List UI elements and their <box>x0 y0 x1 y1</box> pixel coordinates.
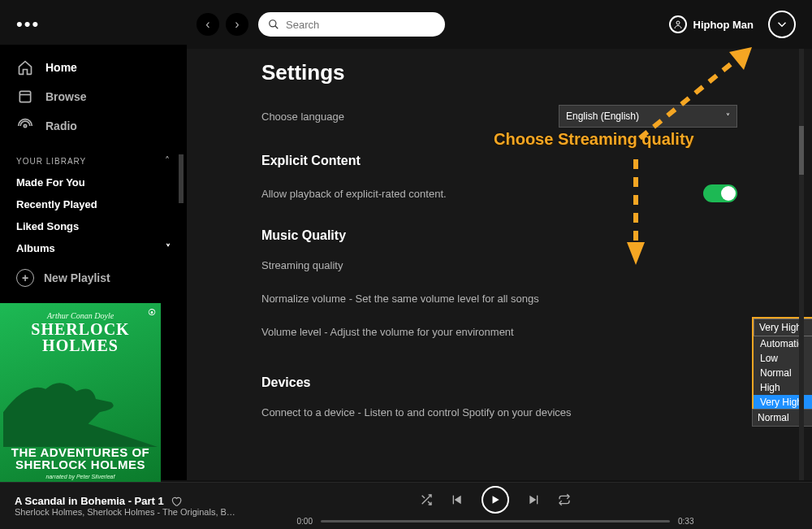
library-recently-played[interactable]: Recently Played <box>0 193 187 215</box>
previous-icon[interactable] <box>451 493 464 506</box>
svg-rect-7 <box>453 496 454 505</box>
home-icon <box>16 59 34 76</box>
shuffle-icon[interactable] <box>420 493 433 506</box>
language-label: Choose language <box>261 111 344 123</box>
plus-icon: + <box>16 269 34 287</box>
sidebar-scrollbar-thumb[interactable] <box>179 154 184 203</box>
player-bar: A Scandal in Bohemia - Part 1 Sherlock H… <box>0 482 812 529</box>
user-chip[interactable]: Hiphop Man <box>669 11 796 38</box>
row-devices: Connect to a device - Listen to and cont… <box>261 401 737 423</box>
explicit-row-label: Allow playback of explicit-rated content… <box>261 188 447 200</box>
chevron-up-icon[interactable]: ˄ <box>165 155 171 167</box>
browse-icon <box>16 89 34 105</box>
page-title: Settings <box>187 49 812 100</box>
sidebar-item-browse[interactable]: Browse <box>0 82 187 111</box>
sidebar-item-label: Browse <box>45 90 87 103</box>
avatar-icon <box>669 15 687 33</box>
repeat-icon[interactable] <box>558 493 571 506</box>
progress-bar[interactable] <box>321 520 670 522</box>
language-select[interactable]: English (English)˅ <box>559 105 737 128</box>
explicit-toggle[interactable] <box>703 184 737 202</box>
sidebar-item-home[interactable]: Home <box>0 53 187 82</box>
elapsed-time: 0:00 <box>297 517 313 526</box>
row-language: Choose language English (English)˅ <box>261 100 737 132</box>
svg-point-5 <box>24 124 26 127</box>
streaming-quality-label: Streaming quality <box>261 259 343 271</box>
normalize-label: Normalize volume - Set the same volume l… <box>261 293 539 305</box>
silhouette-icon <box>0 370 161 447</box>
quality-selected-value: Very High <box>759 322 801 333</box>
user-name: Hiphop Man <box>693 19 754 31</box>
svg-point-2 <box>676 21 680 24</box>
chevron-down-icon[interactable]: ˅ <box>166 243 171 254</box>
devices-header: Devices <box>261 375 737 390</box>
cover-author: Arthur Conan Doyle <box>0 311 161 320</box>
library-made-for-you[interactable]: Made For You <box>0 171 187 193</box>
search-input[interactable] <box>286 19 432 31</box>
now-playing-title[interactable]: A Scandal in Bohemia - Part 1 <box>15 495 244 507</box>
row-streaming-quality: Streaming quality <box>261 254 737 276</box>
chevron-down-icon: ˅ <box>726 112 730 121</box>
cover-title-1: SHERLOCK <box>0 321 161 337</box>
main-scrollbar-thumb[interactable] <box>799 126 804 175</box>
main-scrollbar-track <box>799 49 804 480</box>
nav-forward-button[interactable]: › <box>226 13 248 36</box>
svg-marker-8 <box>493 496 499 503</box>
main-panel: Settings Choose language English (Englis… <box>187 49 812 480</box>
album-cover[interactable]: ⦿ Arthur Conan Doyle SHERLOCK HOLMES THE… <box>0 303 161 486</box>
row-volume-level: Volume level - Adjust the volume for you… <box>261 321 737 343</box>
annotation-text: Choose Streaming quality <box>494 130 694 149</box>
heart-icon[interactable] <box>171 496 182 507</box>
cover-subtitle: THE ADVENTURES OFSHERLOCK HOLMES <box>0 446 161 472</box>
svg-rect-3 <box>19 91 30 102</box>
library-liked-songs[interactable]: Liked Songs <box>0 215 187 237</box>
sidebar: Home Browse Radio YOUR LIBRARY ˄ Made Fo… <box>0 45 187 480</box>
sidebar-item-radio[interactable]: Radio <box>0 111 187 141</box>
topbar: ••• ‹ › Hiphop Man <box>0 0 812 49</box>
play-button[interactable] <box>482 486 509 514</box>
svg-marker-9 <box>529 496 536 505</box>
next-icon[interactable] <box>527 493 540 506</box>
sidebar-item-label: Radio <box>45 119 77 132</box>
cover-title-2: HOLMES <box>0 337 161 353</box>
total-time: 0:33 <box>678 517 693 526</box>
nav-arrows: ‹ › <box>197 13 248 36</box>
devices-row-label: Connect to a device - Listen to and cont… <box>261 406 572 418</box>
svg-line-1 <box>275 26 279 29</box>
library-albums[interactable]: Albums˅ <box>0 237 187 259</box>
search-icon <box>268 19 279 30</box>
new-playlist-button[interactable]: + New Playlist <box>0 259 187 297</box>
svg-rect-10 <box>537 496 538 505</box>
search-box[interactable] <box>258 12 445 37</box>
now-playing-subtitle[interactable]: Sherlock Holmes, Sherlock Holmes - The O… <box>15 507 242 517</box>
app-window: ••• ‹ › Hiphop Man Home Browse <box>0 0 812 529</box>
row-normalize: Normalize volume - Set the same volume l… <box>261 288 737 310</box>
explicit-content-header: Explicit Content <box>261 154 737 168</box>
radio-icon <box>16 118 34 134</box>
sidebar-item-label: Home <box>45 61 77 74</box>
volume-level-label: Volume level - Adjust the volume for you… <box>261 326 514 338</box>
cover-narrator: narrated by Peter Silverleaf <box>0 474 161 479</box>
svg-marker-6 <box>455 496 461 505</box>
chevron-down-circle-icon[interactable] <box>768 11 796 38</box>
nav-back-button[interactable]: ‹ <box>197 13 219 36</box>
menu-dots-icon[interactable]: ••• <box>16 14 49 35</box>
music-quality-header: Music Quality <box>261 228 737 243</box>
library-header: YOUR LIBRARY ˄ <box>0 141 187 171</box>
svg-point-0 <box>270 20 276 27</box>
row-explicit: Allow playback of explicit-rated content… <box>261 180 737 207</box>
